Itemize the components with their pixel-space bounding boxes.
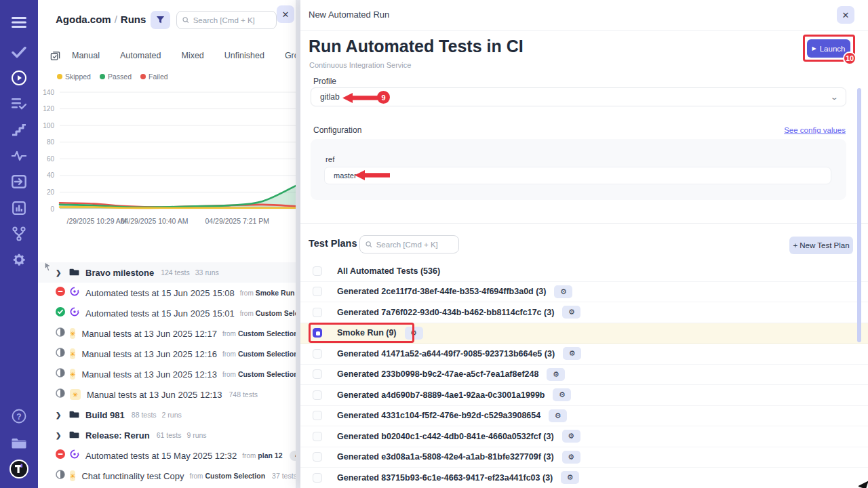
tab-mixed[interactable]: Mixed [171,51,214,60]
test-plan-row[interactable]: Generated 41471a52-a644-49f7-9085-923713… [300,344,868,365]
sidebar-branch-icon[interactable] [0,223,38,245]
tab-automated[interactable]: Automated [110,51,171,60]
sidebar-help-icon[interactable]: ? [0,405,38,427]
plan-checkbox[interactable] [313,349,322,359]
plan-checkbox[interactable] [313,390,322,400]
run-name[interactable]: Manual tests at 13 Jun 2025 12:13 [87,390,222,400]
plan-name[interactable]: Generated e3d08a1a-5808-42e4-a1ab-81bfe3… [337,452,554,462]
plan-settings-button[interactable]: ⚙ [562,430,580,443]
run-source[interactable]: Custom Selection [238,329,296,338]
run-source[interactable]: Custom Selection [238,350,296,358]
plan-name[interactable]: Generated 4331c104-f5f2-476e-b92d-c529a3… [337,411,540,420]
plan-checkbox[interactable] [313,452,322,462]
tab-groups[interactable]: Groups [275,51,296,60]
run-folder-row[interactable]: ❯Bravo milestone124 tests33 runs [38,262,296,283]
plan-checkbox[interactable] [313,473,322,483]
tab-unfinished[interactable]: Unfinished [214,51,275,60]
sidebar-runs-play-icon[interactable] [0,67,38,89]
profile-select[interactable]: gitlab ⌄ [311,87,846,106]
run-name[interactable]: Automated tests at 15 Jun 2025 15:01 [85,308,235,319]
run-folder-row[interactable]: ❯Release: Rerun61 tests9 runs [38,425,296,445]
select-runs-icon[interactable] [50,51,60,61]
run-row[interactable]: ✳Chat functinality test CopyfromCustom S… [38,466,296,486]
test-plan-row[interactable]: Generated e3d08a1a-5808-42e4-a1ab-81bfe3… [300,447,868,468]
run-row[interactable]: ✳Manual tests at 13 Jun 2025 12:13fromCu… [38,364,296,384]
plan-name[interactable]: Generated 233b0998-b9c2-47ae-a5cf-7ea1af… [337,369,538,379]
run-source[interactable]: Custom Selection [205,472,265,480]
run-name[interactable]: Manual tests at 13 Jun 2025 12:16 [81,349,216,359]
tab-manual[interactable]: Manual [62,51,110,60]
run-name[interactable]: Automated tests at 15 Jun 2025 15:08 [85,288,235,298]
sidebar-test-plans-list-icon[interactable] [0,93,38,115]
test-plan-row[interactable]: Generated 4331c104-f5f2-476e-b92d-c529a3… [300,406,868,427]
run-name[interactable]: Manual tests at 13 Jun 2025 12:17 [81,329,216,339]
test-plan-row[interactable]: Generated b02040c1-c442-4db0-841e-4660a0… [300,426,868,447]
test-plan-row[interactable]: Smoke Run (9)⚙ [300,323,868,344]
test-plan-row[interactable]: Generated 2ce11f7d-38ef-44fe-b353-4f694f… [300,282,868,303]
breadcrumb-page[interactable]: Runs [121,14,146,25]
plan-checkbox[interactable] [313,432,322,441]
test-plan-row[interactable]: Generated 233b0998-b9c2-47ae-a5cf-7ea1af… [300,365,868,386]
plan-settings-button[interactable]: ⚙ [562,451,580,464]
test-plan-row[interactable]: Generated 83715b93-6c1e-4663-9417-ef23a4… [300,468,868,488]
sidebar-pulse-icon[interactable] [0,145,38,167]
breadcrumb[interactable]: Agoda.com/Runs [56,14,146,25]
panel-close-button[interactable]: ✕ [277,5,294,23]
see-config-values-link[interactable]: See config values [784,126,846,134]
plan-settings-button[interactable]: ⚙ [549,409,567,422]
plan-checkbox[interactable] [313,287,322,296]
plan-checkbox[interactable] [313,411,322,420]
plan-name[interactable]: Generated a4d690b7-8889-4ae1-92aa-0c3001… [337,390,545,400]
chevron-right-icon[interactable]: ❯ [56,269,66,277]
run-folder-name[interactable]: Bravo milestone [85,268,154,278]
plan-checkbox[interactable] [313,266,322,276]
run-row[interactable]: ✳Manual tests at 13 Jun 2025 12:17fromCu… [38,323,296,344]
run-row[interactable]: Automated tests at 15 Jun 2025 15:01from… [38,303,296,323]
launch-button[interactable]: ▶ Launch [807,39,850,58]
sidebar-projects-folder-icon[interactable] [0,432,38,453]
test-plan-row[interactable]: All Automated Tests (536) [300,261,868,282]
run-row[interactable]: Automated tests at 15 Jun 2025 15:08from… [38,283,296,303]
plan-settings-button[interactable]: ⚙ [563,347,581,360]
plan-name[interactable]: Generated 41471a52-a644-49f7-9085-923713… [337,349,555,359]
run-row[interactable]: Automated tests at 15 May 2025 12:32from… [38,445,296,466]
breadcrumb-project[interactable]: Agoda.com [56,14,111,25]
new-test-plan-button[interactable]: + New Test Plan [789,237,853,254]
chevron-right-icon[interactable]: ❯ [56,411,66,419]
run-row[interactable]: ✳Manual tests at 13 Jun 2025 12:16fromCu… [38,344,296,364]
plan-settings-button[interactable]: ⚙ [562,306,580,319]
run-source[interactable]: Custom Selection [256,309,296,317]
plan-settings-button[interactable]: ⚙ [405,327,423,340]
sidebar-tests-check-icon[interactable] [0,41,38,63]
run-name[interactable]: Manual tests at 13 Jun 2025 12:13 [81,369,216,380]
plan-settings-button[interactable]: ⚙ [554,285,572,298]
plan-checkbox[interactable] [313,308,322,317]
plan-checkbox-checked[interactable] [313,328,322,338]
run-source[interactable]: plan 12 [258,451,282,460]
sidebar-hamburger-menu-icon[interactable] [0,12,38,33]
run-name[interactable]: Automated tests at 15 May 2025 12:32 [85,451,237,461]
sidebar-steps-icon[interactable] [0,119,38,141]
plan-settings-button[interactable]: ⚙ [561,471,579,484]
modal-close-button[interactable]: ✕ [837,6,854,24]
run-row[interactable]: ✳Manual tests at 13 Jun 2025 12:13748 te… [38,384,296,405]
test-badge[interactable]: ⚙test [290,451,297,461]
plan-name[interactable]: Generated 7a76f022-93d0-434b-b462-bb8114… [337,308,554,317]
chevron-right-icon[interactable]: ❯ [56,432,66,439]
run-folder-name[interactable]: Build 981 [85,410,125,420]
plan-settings-button[interactable]: ⚙ [547,368,565,381]
scrollbar-thumb[interactable] [857,88,861,342]
plan-name[interactable]: Generated 2ce11f7d-38ef-44fe-b353-4f694f… [337,287,546,296]
plan-settings-button[interactable]: ⚙ [553,388,571,401]
test-plans-search[interactable] [359,235,459,253]
sidebar-import-icon[interactable] [0,171,38,192]
ref-input[interactable] [324,167,831,184]
sidebar-logo-avatar[interactable] [0,458,38,480]
plan-name[interactable]: Generated 83715b93-6c1e-4663-9417-ef23a4… [337,473,553,483]
run-folder-row[interactable]: ❯Build 98188 tests2 runs [38,405,296,425]
run-source[interactable]: Smoke Run [256,289,295,297]
plan-checkbox[interactable] [313,369,322,379]
plan-name[interactable]: Smoke Run (9) [337,328,397,338]
test-plan-row[interactable]: Generated a4d690b7-8889-4ae1-92aa-0c3001… [300,385,868,406]
test-plan-row[interactable]: Generated 7a76f022-93d0-434b-b462-bb8114… [300,302,868,323]
